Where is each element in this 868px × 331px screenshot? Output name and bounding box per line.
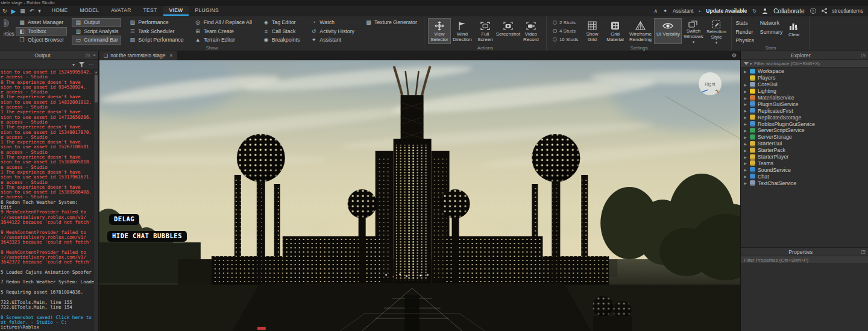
ribbon-toggle-button[interactable]: ▨ Script Performance	[126, 36, 186, 45]
ribbon-toggle-button[interactable]: ▥ Script Analysis	[72, 27, 121, 36]
explorer-tree-item[interactable]: ▶ MaterialService	[741, 95, 868, 101]
properties-button-cropped[interactable]: i erties	[4, 18, 16, 44]
help-icon[interactable]: ?	[810, 8, 816, 14]
ribbon-toggle-button[interactable]: ⊞ Team Create	[192, 27, 255, 36]
expand-arrow-icon[interactable]: ▶	[743, 181, 747, 185]
hide-chat-bubbles-overlay-button[interactable]: HIDE CHAT BUBBLES	[107, 231, 187, 242]
ribbon-toggle-button[interactable]: ↺ Activity History	[307, 27, 357, 36]
history-icon[interactable]: ↻	[2, 8, 7, 14]
clear-stats-button[interactable]: Clear	[782, 18, 805, 44]
ribbon-toggle-button[interactable]: ▧ Performance	[126, 18, 186, 27]
explorer-tree-item[interactable]: ▶ ServerScriptService	[741, 127, 868, 134]
ribbon-tab[interactable]: AVATAR	[105, 6, 137, 16]
viewport-3d-scene[interactable]: DELAG HIDE CHAT BUBBLES Right	[99, 60, 740, 331]
sync-icon[interactable]: ↻	[752, 8, 756, 14]
ribbon-toggle-button[interactable]: ▦ Asset Manager	[16, 18, 67, 27]
assistant-button[interactable]: Assistant	[673, 8, 694, 14]
explorer-tree-item[interactable]: ▶ ServerStorage	[741, 134, 868, 140]
expand-arrow-icon[interactable]: ▶	[743, 155, 747, 159]
ribbon-toggle-button[interactable]: ◧ Toolbox	[16, 27, 67, 36]
explorer-tree-item[interactable]: ▶ Teams	[741, 160, 868, 166]
explorer-tree-item[interactable]: ▶ SoundService	[741, 166, 868, 173]
explorer-tree-item[interactable]: ▶ TextChatService	[741, 180, 868, 186]
stud-radio-option[interactable]: 2 Studs	[553, 19, 579, 27]
undo-icon[interactable]: ↶	[30, 8, 34, 14]
ribbon-toggle-button[interactable]: ≡ Call Stack	[260, 27, 303, 36]
expand-arrow-icon[interactable]: ▶	[743, 69, 747, 74]
username-label[interactable]: streetlanterns	[832, 8, 864, 14]
viewport-gear-icon[interactable]: ⚙	[732, 52, 740, 58]
explorer-filter-input[interactable]: ▾ Filter workspace (Ctrl+Shift+X)	[741, 60, 868, 68]
stud-radio-option[interactable]: 16 Studs	[553, 36, 579, 43]
expand-arrow-icon[interactable]: ▶	[743, 148, 747, 153]
ribbon-tab[interactable]: HOME	[46, 6, 74, 16]
scrollbar-up-icon[interactable]: ▲	[94, 70, 98, 74]
output-log[interactable]: ▲ sion to use asset id 15245995942.e acc…	[0, 70, 98, 331]
output-scrollbar[interactable]: ▲	[94, 70, 98, 331]
grid-material-button[interactable]: Grid Material	[603, 18, 626, 44]
ribbon-toggle-button[interactable]: ✦ Assistant	[307, 36, 357, 45]
explorer-tree-item[interactable]: ▶ ReplicatedFirst	[741, 107, 868, 114]
expand-arrow-icon[interactable]: ▶	[743, 128, 747, 133]
ribbon-toggle-button[interactable]: ▤ Output	[72, 18, 121, 27]
popout-icon[interactable]: ◳	[861, 249, 866, 254]
explorer-tree-item[interactable]: ▶ StarterGui	[741, 140, 868, 147]
view-selector-cube[interactable]: Right	[699, 72, 722, 95]
popout-icon[interactable]: ◳	[861, 52, 866, 58]
expand-arrow-icon[interactable]: ▶	[743, 135, 747, 139]
quick-access-caret-icon[interactable]: ▾	[38, 8, 41, 14]
screenshot-button[interactable]: Screenshot	[497, 18, 520, 44]
expand-arrow-icon[interactable]: ▶	[743, 168, 747, 172]
tab-close-icon[interactable]: ×	[169, 52, 172, 58]
ribbon-tab[interactable]: VIEW	[163, 6, 189, 16]
ribbon-toggle-button[interactable]: ▩ Texture Generator	[362, 18, 420, 27]
stats-toggle[interactable]: Stats	[735, 19, 753, 28]
ribbon-toggle-button[interactable]: ◔ Watch	[307, 18, 357, 27]
properties-filter-input[interactable]: Filter Properties (Ctrl+Shift+P)	[741, 256, 868, 264]
expand-arrow-icon[interactable]: ▶	[743, 83, 747, 87]
output-context-caret-icon[interactable]: ▾	[72, 62, 75, 68]
expand-arrow-icon[interactable]: ▶	[743, 96, 747, 100]
place-tab[interactable]: ❏ not the rammstein stage ×	[99, 51, 177, 60]
collapse-ribbon-icon[interactable]: ∧	[654, 8, 658, 14]
view-selector-button[interactable]: View Selector	[428, 18, 451, 44]
ribbon-toggle-button[interactable]: ▲ Terrain Editor	[192, 36, 255, 45]
ribbon-tab[interactable]: PLUGINS	[189, 6, 224, 16]
explorer-tree-item[interactable]: ▶ ReplicatedStorage	[741, 114, 868, 121]
explorer-tree-item[interactable]: Players	[741, 75, 868, 81]
explorer-tree-item[interactable]: ▶ StarterPlayer	[741, 154, 868, 160]
stud-radio-option[interactable]: 4 Studs	[553, 27, 579, 35]
close-icon[interactable]: ×	[93, 52, 96, 58]
expand-arrow-icon[interactable]: ▶	[743, 109, 747, 113]
filter-funnel-icon[interactable]	[79, 62, 84, 68]
explorer-tree-item[interactable]: ▶ StarterPack	[741, 147, 868, 154]
collaborate-button[interactable]: Collaborate	[773, 8, 804, 14]
switch-windows-button[interactable]: Switch Windows	[682, 18, 705, 44]
ribbon-toggle-button[interactable]: ▭ Command Bar	[72, 36, 121, 45]
play-icon[interactable]: ▶	[11, 8, 16, 14]
explorer-tree-item[interactable]: ▶ Chat	[741, 173, 868, 180]
expand-arrow-icon[interactable]: ▶	[743, 89, 747, 93]
ui-visibility-button[interactable]: UI Visibility	[654, 18, 682, 44]
more-options-icon[interactable]: ⋯	[89, 62, 93, 68]
explorer-tree-item[interactable]: ▶ CoreGui	[741, 81, 868, 88]
ribbon-toggle-button[interactable]: ❐ Object Browser	[16, 36, 67, 45]
expand-arrow-icon[interactable]: ▶	[743, 115, 747, 119]
wireframe-rendering-button[interactable]: Wireframe Rendering	[626, 18, 654, 44]
wind-direction-button[interactable]: Wind Direction	[451, 18, 474, 44]
ribbon-tab[interactable]: MODEL	[74, 6, 105, 16]
stats-toggle[interactable]: Physics	[735, 36, 753, 45]
ribbon-toggle-button[interactable]: ◎ Find All / Replace All	[192, 18, 255, 27]
stats-toggle[interactable]: Summary	[760, 28, 783, 37]
delag-overlay-button[interactable]: DELAG	[109, 214, 139, 225]
expand-arrow-icon[interactable]: ▶	[743, 174, 747, 178]
popout-icon[interactable]: ◳	[86, 52, 90, 58]
save-icon[interactable]: ▦	[20, 8, 25, 14]
expand-arrow-icon[interactable]: ▶	[743, 102, 747, 106]
video-record-button[interactable]: Video Record	[520, 18, 542, 44]
stats-toggle[interactable]: Render	[735, 28, 753, 37]
explorer-tree-item[interactable]: ▶ PluginGuiService	[741, 101, 868, 107]
selection-style-button[interactable]: Selection Style	[705, 18, 728, 44]
ribbon-toggle-button[interactable]: ☰ Task Scheduler	[126, 27, 186, 36]
update-available-button[interactable]: Update Available	[706, 8, 747, 14]
